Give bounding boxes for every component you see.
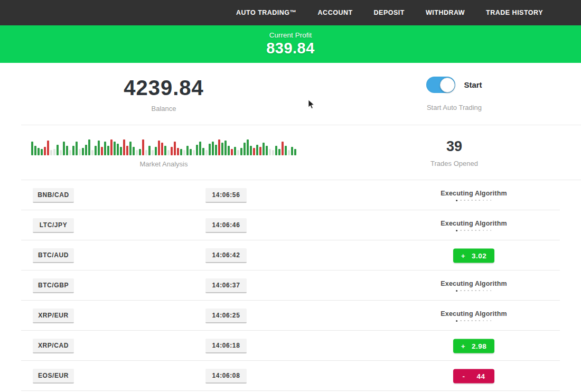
trades-opened-block: 39 Trades Opened	[327, 125, 581, 180]
pair-chip: EOS/EUR	[33, 369, 74, 384]
toggle-knob-icon	[440, 78, 455, 92]
top-nav-bar: AUTO TRADING™ ACCOUNT DEPOSIT WITHDRAW T…	[0, 0, 581, 25]
market-analysis-block: Market Analysis	[0, 125, 327, 180]
market-row: Market Analysis 39 Trades Opened	[0, 125, 581, 180]
executing-status: Executing Algorithm	[441, 279, 507, 291]
pair-chip: BNB/CAD	[33, 188, 74, 203]
time-chip: 14:06:18	[205, 339, 247, 353]
trade-row: BNB/CAD 14:06:56 Executing Algorithm	[0, 180, 581, 210]
trade-row: BTC/GBP 14:06:37 Executing Algorithm	[0, 270, 581, 301]
progress-dots	[441, 199, 507, 201]
current-profit-banner: Current Profit 839.84	[0, 25, 581, 63]
result-badge: + 2.98	[453, 339, 494, 353]
result-badge: - 44	[453, 369, 494, 383]
trade-row: BTC/AUD 14:06:42 + 3.02	[0, 240, 581, 270]
start-auto-trading-toggle[interactable]	[426, 77, 455, 93]
nav-item[interactable]: ACCOUNT	[318, 9, 353, 16]
trade-status: Executing Algorithm	[441, 219, 507, 231]
trade-row: EOS/EUR 14:06:08 - 44	[0, 361, 581, 391]
market-analysis-label: Market Analysis	[139, 160, 188, 168]
auto-trading-block: Start Start Auto Trading	[327, 63, 581, 125]
trade-row: XRP/EUR 14:06:25 Executing Algorithm	[0, 301, 581, 331]
pair-chip: XRP/CAD	[33, 339, 74, 353]
time-chip: 14:06:46	[205, 218, 247, 233]
start-auto-trading-caption: Start Auto Trading	[427, 104, 482, 111]
stats-row: 4239.84 Balance Start Start Auto Trading	[0, 63, 581, 125]
nav-item[interactable]: WITHDRAW	[426, 9, 465, 16]
result-sign: -	[462, 372, 465, 380]
progress-dots	[441, 290, 507, 291]
executing-label: Executing Algorithm	[441, 279, 507, 287]
result-sign: +	[461, 342, 465, 350]
executing-label: Executing Algorithm	[441, 189, 507, 197]
time-chip: 14:06:56	[205, 188, 247, 203]
current-profit-value: 839.84	[266, 40, 315, 57]
pair-chip: LTC/JPY	[33, 218, 74, 233]
executing-status: Executing Algorithm	[441, 189, 507, 201]
current-profit-label: Current Profit	[269, 31, 312, 39]
progress-dots	[441, 229, 507, 231]
trade-status: Executing Algorithm	[441, 189, 507, 201]
balance-block: 4239.84 Balance	[0, 63, 327, 125]
trade-status: Executing Algorithm	[441, 279, 507, 291]
time-chip: 14:06:37	[205, 278, 247, 293]
trade-status: + 2.98	[453, 339, 494, 353]
trades-opened-value: 39	[446, 138, 462, 155]
trades-table: BNB/CAD 14:06:56 Executing Algorithm LTC…	[0, 180, 581, 391]
trade-status: Executing Algorithm	[441, 310, 507, 321]
pair-chip: BTC/AUD	[33, 248, 74, 263]
trade-status: - 44	[453, 369, 494, 383]
time-chip: 14:06:25	[205, 309, 247, 323]
time-chip: 14:06:08	[205, 369, 247, 384]
executing-status: Executing Algorithm	[441, 219, 507, 231]
trade-row: XRP/CAD 14:06:18 + 2.98	[0, 331, 581, 361]
result-value: 3.02	[472, 251, 486, 259]
nav-item[interactable]: TRADE HISTORY	[486, 9, 543, 16]
trade-status: + 3.02	[453, 248, 494, 263]
trade-row: LTC/JPY 14:06:46 Executing Algorithm	[0, 210, 581, 240]
balance-label: Balance	[152, 105, 176, 113]
pair-chip: XRP/EUR	[33, 309, 74, 323]
result-sign: +	[461, 251, 465, 259]
executing-status: Executing Algorithm	[441, 310, 507, 321]
executing-label: Executing Algorithm	[441, 310, 507, 317]
progress-dots	[441, 320, 507, 321]
nav-item[interactable]: AUTO TRADING™	[236, 9, 297, 16]
time-chip: 14:06:42	[205, 248, 247, 263]
market-analysis-chart	[31, 137, 296, 155]
result-value: 2.98	[472, 342, 486, 350]
nav-item[interactable]: DEPOSIT	[374, 9, 405, 16]
pair-chip: BTC/GBP	[33, 278, 74, 293]
balance-value: 4239.84	[124, 76, 204, 100]
toggle-start-label: Start	[464, 80, 482, 89]
trades-opened-label: Trades Opened	[430, 160, 478, 167]
executing-label: Executing Algorithm	[441, 219, 507, 227]
result-value: 44	[476, 372, 485, 380]
result-badge: + 3.02	[453, 248, 494, 263]
